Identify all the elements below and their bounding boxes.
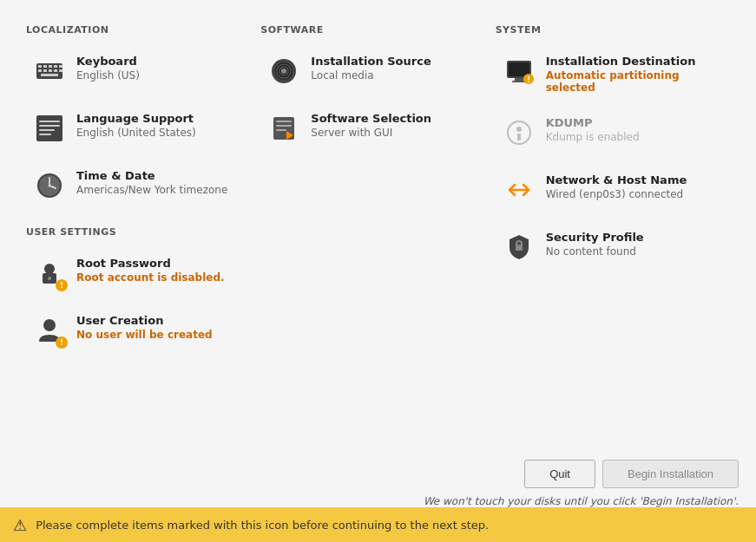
svg-rect-44 (517, 134, 521, 140)
kdump-text: KDUMP Kdump is enabled (546, 116, 640, 143)
svg-rect-6 (38, 69, 42, 72)
kdump-item[interactable]: KDUMP Kdump is enabled (496, 108, 721, 160)
time-date-subtitle: Americas/New York timezone (76, 184, 227, 196)
security-profile-title: Security Profile (546, 231, 644, 244)
root-password-item[interactable]: ! Root Password Root account is disabled… (26, 248, 252, 300)
clock-icon (33, 169, 66, 202)
network-title: Network & Host Name (546, 173, 687, 186)
user-creation-subtitle: No user will be created (76, 329, 213, 341)
installation-source-text: Installation Source Local media (311, 55, 431, 82)
svg-rect-33 (276, 125, 292, 127)
quit-button[interactable]: Quit (524, 460, 595, 488)
network-item[interactable]: Network & Host Name Wired (enp0s3) conne… (496, 165, 721, 217)
user-warn-badge: ! (56, 336, 68, 349)
root-password-subtitle: Root account is disabled. (76, 271, 225, 284)
network-icon (503, 173, 536, 206)
svg-rect-7 (43, 69, 47, 72)
localization-header: LOCALIZATION (26, 24, 252, 36)
svg-rect-11 (41, 74, 58, 76)
security-profile-item[interactable]: Security Profile No content found (496, 222, 721, 274)
time-date-text: Time & Date Americas/New York timezone (76, 169, 227, 196)
keyboard-item[interactable]: Keyboard English (US) (26, 46, 252, 98)
language-subtitle: English (United States) (76, 127, 196, 139)
installation-destination-icon: ! (503, 55, 536, 88)
installation-source-item[interactable]: Installation Source Local media (260, 46, 486, 98)
software-selection-icon (267, 112, 300, 145)
software-selection-text: Software Selection Server with GUI (311, 112, 431, 139)
keyboard-icon (33, 55, 66, 88)
system-header: SYSTEM (496, 24, 721, 36)
svg-rect-3 (49, 65, 52, 68)
language-title: Language Support (76, 112, 196, 125)
software-selection-item[interactable]: Software Selection Server with GUI (260, 103, 486, 155)
software-header: SOFTWARE (260, 24, 486, 36)
bottom-actions: Quit Begin Installation We won't touch y… (424, 460, 739, 507)
language-item[interactable]: Language Support English (United States) (26, 103, 252, 155)
kdump-subtitle: Kdump is enabled (546, 131, 640, 143)
installation-destination-subtitle: Automatic partitioning selected (546, 69, 714, 94)
svg-rect-8 (49, 69, 52, 72)
system-section: SYSTEM ! Installation Destination Automa… (496, 17, 730, 362)
svg-rect-14 (39, 125, 60, 127)
security-profile-icon (503, 231, 536, 264)
keyboard-subtitle: English (US) (76, 69, 140, 82)
svg-rect-4 (54, 65, 57, 68)
footer-warning: ⚠ Please complete items marked with this… (0, 507, 756, 542)
svg-rect-5 (59, 65, 62, 68)
user-creation-item[interactable]: ! User Creation No user will be created (26, 305, 252, 357)
installation-destination-item[interactable]: ! Installation Destination Automatic par… (496, 46, 721, 102)
installation-source-subtitle: Local media (311, 69, 431, 82)
network-text: Network & Host Name Wired (enp0s3) conne… (546, 173, 687, 200)
installation-source-title: Installation Source (311, 55, 431, 68)
svg-point-25 (43, 319, 56, 331)
svg-point-21 (49, 185, 51, 187)
user-creation-title: User Creation (76, 314, 213, 327)
footer-warning-text: Please complete items marked with this i… (36, 519, 489, 532)
svg-rect-15 (39, 129, 55, 131)
software-selection-title: Software Selection (311, 112, 431, 125)
svg-point-28 (281, 69, 286, 74)
language-icon (33, 112, 66, 145)
kdump-title: KDUMP (546, 116, 640, 129)
kdump-icon (503, 116, 536, 149)
root-warn-badge: ! (56, 279, 68, 291)
action-buttons: Quit Begin Installation (524, 460, 739, 488)
keyboard-title: Keyboard (76, 55, 140, 68)
root-password-icon: ! (33, 257, 66, 290)
svg-point-22 (44, 264, 55, 274)
network-subtitle: Wired (enp0s3) connected (546, 188, 687, 200)
software-section: SOFTWARE Installation Source Local media (260, 17, 495, 362)
installation-destination-text: Installation Destination Automatic parti… (546, 55, 714, 94)
svg-text:!: ! (527, 75, 530, 84)
keyboard-text: Keyboard English (US) (76, 55, 140, 82)
begin-installation-button[interactable]: Begin Installation (602, 460, 739, 488)
time-date-title: Time & Date (76, 169, 227, 182)
hint-text: We won't touch your disks until you clic… (424, 495, 739, 507)
svg-rect-12 (36, 115, 62, 141)
root-password-text: Root Password Root account is disabled. (76, 257, 225, 284)
svg-rect-34 (276, 129, 286, 131)
user-settings-header: USER SETTINGS (26, 226, 252, 238)
installation-destination-title: Installation Destination (546, 55, 714, 68)
svg-rect-9 (54, 69, 57, 72)
localization-section: LOCALIZATION (26, 17, 260, 362)
svg-rect-10 (59, 69, 62, 72)
svg-rect-32 (276, 121, 292, 122)
language-text: Language Support English (United States) (76, 112, 196, 139)
security-profile-text: Security Profile No content found (546, 231, 644, 258)
svg-rect-38 (515, 78, 523, 81)
time-date-item[interactable]: Time & Date Americas/New York timezone (26, 160, 252, 212)
main-content: LOCALIZATION (0, 0, 756, 481)
installation-source-icon (267, 55, 300, 88)
svg-point-43 (516, 127, 522, 132)
svg-rect-2 (43, 65, 47, 68)
software-selection-subtitle: Server with GUI (311, 127, 431, 139)
security-profile-subtitle: No content found (546, 245, 644, 258)
user-creation-icon: ! (33, 314, 66, 347)
svg-rect-16 (39, 134, 51, 135)
svg-rect-13 (39, 121, 60, 122)
svg-point-42 (508, 121, 530, 144)
root-password-title: Root Password (76, 257, 225, 270)
warning-triangle-icon: ⚠ (13, 516, 27, 534)
svg-point-24 (48, 277, 51, 280)
